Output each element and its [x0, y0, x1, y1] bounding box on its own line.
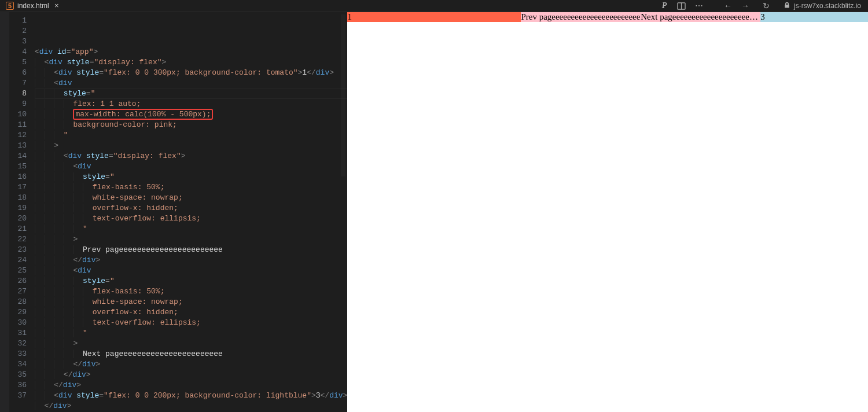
preview-pane: 1 Prev pageeeeeeeeeeeeeeeeeeeeeee Next p… [347, 12, 868, 412]
main-split: 1234567891011121314151617181920212223242… [0, 12, 868, 412]
code-area[interactable]: <div id="app"> <div style="display: flex… [35, 12, 347, 412]
minimap[interactable] [339, 12, 347, 412]
line-number-gutter: 1234567891011121314151617181920212223242… [9, 12, 35, 412]
app-root: 5 index.html × P ⋯ ← → ↻ js-rsw7xo.stack… [0, 0, 868, 412]
preview-next-text: Next pageeeeeeeeeeeeeeeeeeeeeee [641, 12, 760, 22]
split-layout-icon[interactable] [676, 0, 687, 12]
address-bar[interactable]: js-rsw7xo.stackblitz.io [784, 2, 861, 10]
preview-col-2: Prev pageeeeeeeeeeeeeeeeeeeeeee Next pag… [521, 12, 760, 22]
tab-filename: index.html [17, 2, 49, 10]
reload-icon[interactable]: ↻ [760, 0, 772, 12]
close-icon[interactable]: × [53, 2, 61, 10]
preview-col-3: 3 [760, 12, 868, 22]
top-bar: 5 index.html × P ⋯ ← → ↻ js-rsw7xo.stack… [0, 0, 868, 12]
html-file-icon: 5 [6, 2, 14, 10]
editor-pane[interactable]: 1234567891011121314151617181920212223242… [0, 12, 347, 412]
tab-index-html[interactable]: 5 index.html × [0, 0, 67, 12]
preview-col-1: 1 [347, 12, 521, 22]
url-text: js-rsw7xo.stackblitz.io [794, 2, 861, 10]
activity-bar [0, 12, 9, 412]
lock-icon [784, 2, 790, 10]
editor-toolbar: P ⋯ ← → ↻ js-rsw7xo.stackblitz.io [659, 0, 868, 12]
preview-prev-text: Prev pageeeeeeeeeeeeeeeeeeeeeee [521, 12, 641, 22]
preview-flex-row: 1 Prev pageeeeeeeeeeeeeeeeeeeeeee Next p… [347, 12, 868, 22]
prettier-icon[interactable]: P [659, 0, 670, 12]
editor-tabs: 5 index.html × [0, 0, 67, 12]
more-icon[interactable]: ⋯ [693, 0, 705, 12]
nav-forward-icon[interactable]: → [740, 0, 751, 12]
nav-back-icon[interactable]: ← [722, 0, 734, 12]
